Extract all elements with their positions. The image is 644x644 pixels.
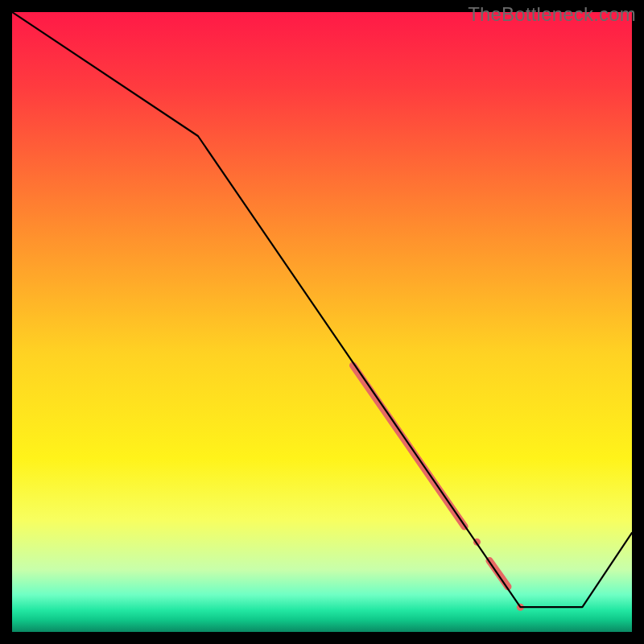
plot-area [12, 12, 632, 632]
chart-svg [12, 12, 632, 632]
watermark-text: TheBottleneck.com [468, 3, 636, 26]
gradient-background [12, 12, 632, 632]
chart-container: TheBottleneck.com [0, 0, 644, 644]
